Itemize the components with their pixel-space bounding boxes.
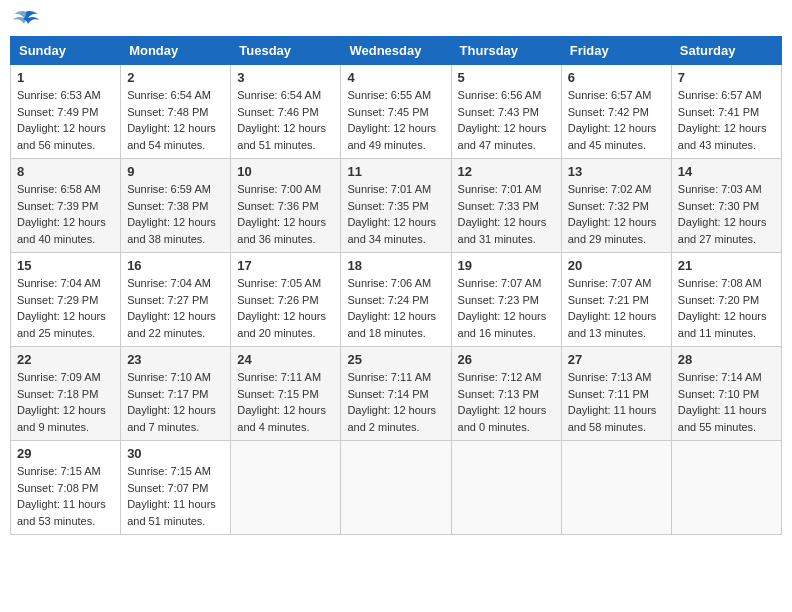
header	[10, 10, 782, 28]
sunset-label: Sunset: 7:23 PM	[458, 294, 539, 306]
calendar-week-row: 22 Sunrise: 7:09 AM Sunset: 7:18 PM Dayl…	[11, 347, 782, 441]
calendar-cell: 5 Sunrise: 6:56 AM Sunset: 7:43 PM Dayli…	[451, 65, 561, 159]
daylight-label: Daylight: 12 hours and 11 minutes.	[678, 310, 767, 339]
day-content: Sunrise: 7:00 AM Sunset: 7:36 PM Dayligh…	[237, 181, 334, 247]
calendar-cell: 26 Sunrise: 7:12 AM Sunset: 7:13 PM Dayl…	[451, 347, 561, 441]
calendar-cell: 30 Sunrise: 7:15 AM Sunset: 7:07 PM Dayl…	[121, 441, 231, 535]
day-number: 15	[17, 258, 114, 273]
sunset-label: Sunset: 7:11 PM	[568, 388, 649, 400]
sunrise-label: Sunrise: 7:04 AM	[127, 277, 211, 289]
sunset-label: Sunset: 7:32 PM	[568, 200, 649, 212]
sunrise-label: Sunrise: 6:56 AM	[458, 89, 542, 101]
sunset-label: Sunset: 7:13 PM	[458, 388, 539, 400]
calendar-cell: 12 Sunrise: 7:01 AM Sunset: 7:33 PM Dayl…	[451, 159, 561, 253]
calendar-week-row: 15 Sunrise: 7:04 AM Sunset: 7:29 PM Dayl…	[11, 253, 782, 347]
daylight-label: Daylight: 12 hours and 22 minutes.	[127, 310, 216, 339]
day-number: 29	[17, 446, 114, 461]
sunrise-label: Sunrise: 7:00 AM	[237, 183, 321, 195]
sunrise-label: Sunrise: 6:59 AM	[127, 183, 211, 195]
sunrise-label: Sunrise: 7:01 AM	[458, 183, 542, 195]
calendar-cell: 21 Sunrise: 7:08 AM Sunset: 7:20 PM Dayl…	[671, 253, 781, 347]
daylight-label: Daylight: 12 hours and 34 minutes.	[347, 216, 436, 245]
daylight-label: Daylight: 12 hours and 45 minutes.	[568, 122, 657, 151]
sunset-label: Sunset: 7:35 PM	[347, 200, 428, 212]
sunset-label: Sunset: 7:39 PM	[17, 200, 98, 212]
sunrise-label: Sunrise: 6:55 AM	[347, 89, 431, 101]
calendar-week-row: 8 Sunrise: 6:58 AM Sunset: 7:39 PM Dayli…	[11, 159, 782, 253]
day-content: Sunrise: 6:57 AM Sunset: 7:42 PM Dayligh…	[568, 87, 665, 153]
sunset-label: Sunset: 7:33 PM	[458, 200, 539, 212]
calendar-cell: 9 Sunrise: 6:59 AM Sunset: 7:38 PM Dayli…	[121, 159, 231, 253]
daylight-label: Daylight: 12 hours and 36 minutes.	[237, 216, 326, 245]
sunrise-label: Sunrise: 6:58 AM	[17, 183, 101, 195]
day-number: 11	[347, 164, 444, 179]
daylight-label: Daylight: 12 hours and 27 minutes.	[678, 216, 767, 245]
sunrise-label: Sunrise: 6:57 AM	[678, 89, 762, 101]
sunrise-label: Sunrise: 7:11 AM	[347, 371, 431, 383]
sunrise-label: Sunrise: 7:02 AM	[568, 183, 652, 195]
daylight-label: Daylight: 12 hours and 31 minutes.	[458, 216, 547, 245]
sunset-label: Sunset: 7:20 PM	[678, 294, 759, 306]
sunrise-label: Sunrise: 7:14 AM	[678, 371, 762, 383]
day-content: Sunrise: 7:09 AM Sunset: 7:18 PM Dayligh…	[17, 369, 114, 435]
sunset-label: Sunset: 7:08 PM	[17, 482, 98, 494]
sunrise-label: Sunrise: 7:11 AM	[237, 371, 321, 383]
day-content: Sunrise: 6:54 AM Sunset: 7:48 PM Dayligh…	[127, 87, 224, 153]
day-number: 19	[458, 258, 555, 273]
daylight-label: Daylight: 12 hours and 2 minutes.	[347, 404, 436, 433]
sunset-label: Sunset: 7:48 PM	[127, 106, 208, 118]
calendar-cell	[231, 441, 341, 535]
weekday-header-tuesday: Tuesday	[231, 37, 341, 65]
day-number: 14	[678, 164, 775, 179]
sunrise-label: Sunrise: 7:07 AM	[568, 277, 652, 289]
calendar-cell: 22 Sunrise: 7:09 AM Sunset: 7:18 PM Dayl…	[11, 347, 121, 441]
daylight-label: Daylight: 12 hours and 20 minutes.	[237, 310, 326, 339]
day-content: Sunrise: 7:03 AM Sunset: 7:30 PM Dayligh…	[678, 181, 775, 247]
sunset-label: Sunset: 7:45 PM	[347, 106, 428, 118]
sunset-label: Sunset: 7:43 PM	[458, 106, 539, 118]
calendar-cell: 13 Sunrise: 7:02 AM Sunset: 7:32 PM Dayl…	[561, 159, 671, 253]
daylight-label: Daylight: 12 hours and 38 minutes.	[127, 216, 216, 245]
calendar-cell: 19 Sunrise: 7:07 AM Sunset: 7:23 PM Dayl…	[451, 253, 561, 347]
sunrise-label: Sunrise: 7:15 AM	[127, 465, 211, 477]
day-number: 22	[17, 352, 114, 367]
calendar-cell: 23 Sunrise: 7:10 AM Sunset: 7:17 PM Dayl…	[121, 347, 231, 441]
day-content: Sunrise: 7:04 AM Sunset: 7:27 PM Dayligh…	[127, 275, 224, 341]
day-number: 18	[347, 258, 444, 273]
day-number: 26	[458, 352, 555, 367]
day-content: Sunrise: 6:55 AM Sunset: 7:45 PM Dayligh…	[347, 87, 444, 153]
weekday-header-friday: Friday	[561, 37, 671, 65]
daylight-label: Daylight: 11 hours and 55 minutes.	[678, 404, 767, 433]
calendar-cell	[341, 441, 451, 535]
calendar-cell: 28 Sunrise: 7:14 AM Sunset: 7:10 PM Dayl…	[671, 347, 781, 441]
day-number: 1	[17, 70, 114, 85]
day-number: 6	[568, 70, 665, 85]
daylight-label: Daylight: 12 hours and 13 minutes.	[568, 310, 657, 339]
day-content: Sunrise: 7:07 AM Sunset: 7:23 PM Dayligh…	[458, 275, 555, 341]
daylight-label: Daylight: 12 hours and 4 minutes.	[237, 404, 326, 433]
sunset-label: Sunset: 7:21 PM	[568, 294, 649, 306]
sunset-label: Sunset: 7:49 PM	[17, 106, 98, 118]
weekday-header-row: SundayMondayTuesdayWednesdayThursdayFrid…	[11, 37, 782, 65]
sunrise-label: Sunrise: 6:54 AM	[237, 89, 321, 101]
day-content: Sunrise: 6:59 AM Sunset: 7:38 PM Dayligh…	[127, 181, 224, 247]
daylight-label: Daylight: 11 hours and 58 minutes.	[568, 404, 657, 433]
daylight-label: Daylight: 12 hours and 0 minutes.	[458, 404, 547, 433]
day-content: Sunrise: 7:07 AM Sunset: 7:21 PM Dayligh…	[568, 275, 665, 341]
sunset-label: Sunset: 7:41 PM	[678, 106, 759, 118]
daylight-label: Daylight: 12 hours and 43 minutes.	[678, 122, 767, 151]
day-number: 2	[127, 70, 224, 85]
calendar-cell: 15 Sunrise: 7:04 AM Sunset: 7:29 PM Dayl…	[11, 253, 121, 347]
daylight-label: Daylight: 12 hours and 25 minutes.	[17, 310, 106, 339]
day-number: 10	[237, 164, 334, 179]
day-number: 27	[568, 352, 665, 367]
daylight-label: Daylight: 11 hours and 51 minutes.	[127, 498, 216, 527]
calendar-cell: 1 Sunrise: 6:53 AM Sunset: 7:49 PM Dayli…	[11, 65, 121, 159]
calendar-cell: 14 Sunrise: 7:03 AM Sunset: 7:30 PM Dayl…	[671, 159, 781, 253]
daylight-label: Daylight: 12 hours and 9 minutes.	[17, 404, 106, 433]
day-number: 7	[678, 70, 775, 85]
calendar-cell: 25 Sunrise: 7:11 AM Sunset: 7:14 PM Dayl…	[341, 347, 451, 441]
calendar-cell: 7 Sunrise: 6:57 AM Sunset: 7:41 PM Dayli…	[671, 65, 781, 159]
calendar-cell: 16 Sunrise: 7:04 AM Sunset: 7:27 PM Dayl…	[121, 253, 231, 347]
sunrise-label: Sunrise: 7:08 AM	[678, 277, 762, 289]
